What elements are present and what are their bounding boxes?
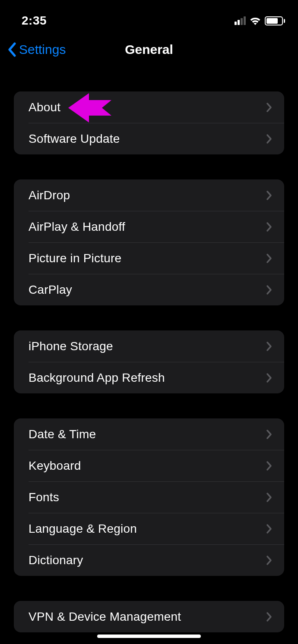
row-software-update[interactable]: Software Update: [14, 123, 284, 154]
chevron-right-icon: [266, 134, 272, 144]
row-label: AirDrop: [29, 188, 70, 202]
row-airplay-handoff[interactable]: AirPlay & Handoff: [14, 211, 284, 242]
chevron-right-icon: [266, 524, 272, 534]
row-iphone-storage[interactable]: iPhone Storage: [14, 330, 284, 362]
row-fonts[interactable]: Fonts: [14, 481, 284, 513]
home-indicator: [97, 635, 201, 638]
settings-group: VPN & Device Management: [14, 601, 284, 632]
settings-group: AboutSoftware Update: [14, 91, 284, 154]
chevron-right-icon: [266, 612, 272, 622]
row-carplay[interactable]: CarPlay: [14, 274, 284, 305]
row-label: Keyboard: [29, 459, 81, 473]
row-label: Background App Refresh: [29, 371, 165, 385]
row-label: Language & Region: [29, 522, 137, 536]
nav-bar: Settings General: [0, 35, 298, 65]
row-label: Software Update: [29, 132, 120, 146]
cellular-icon: [235, 16, 246, 25]
battery-icon: [265, 16, 285, 25]
chevron-right-icon: [266, 492, 272, 503]
chevron-left-icon: [8, 42, 16, 57]
chevron-right-icon: [266, 373, 272, 383]
chevron-right-icon: [266, 102, 272, 113]
row-date-time[interactable]: Date & Time: [14, 418, 284, 450]
chevron-right-icon: [266, 222, 272, 232]
chevron-right-icon: [266, 190, 272, 201]
chevron-right-icon: [266, 555, 272, 565]
row-picture-in-picture[interactable]: Picture in Picture: [14, 242, 284, 274]
status-bar: 2:35: [0, 0, 298, 30]
status-time: 2:35: [22, 14, 47, 28]
row-vpn-device-management[interactable]: VPN & Device Management: [14, 601, 284, 632]
row-label: Dictionary: [29, 553, 83, 567]
row-label: VPN & Device Management: [29, 610, 181, 624]
chevron-right-icon: [266, 429, 272, 440]
settings-group: AirDropAirPlay & HandoffPicture in Pictu…: [14, 179, 284, 305]
row-airdrop[interactable]: AirDrop: [14, 179, 284, 211]
chevron-right-icon: [266, 341, 272, 352]
row-keyboard[interactable]: Keyboard: [14, 450, 284, 481]
settings-list: AboutSoftware UpdateAirDropAirPlay & Han…: [0, 91, 298, 632]
back-label: Settings: [19, 42, 66, 57]
wifi-icon: [249, 16, 261, 25]
row-label: Date & Time: [29, 427, 96, 441]
row-label: Picture in Picture: [29, 251, 121, 265]
chevron-right-icon: [266, 253, 272, 264]
row-dictionary[interactable]: Dictionary: [14, 544, 284, 576]
settings-group: Date & TimeKeyboardFontsLanguage & Regio…: [14, 418, 284, 576]
row-background-app-refresh[interactable]: Background App Refresh: [14, 362, 284, 393]
back-button[interactable]: Settings: [0, 42, 66, 57]
row-label: About: [29, 101, 60, 114]
chevron-right-icon: [266, 461, 272, 471]
row-language-region[interactable]: Language & Region: [14, 513, 284, 544]
settings-group: iPhone StorageBackground App Refresh: [14, 330, 284, 393]
row-label: CarPlay: [29, 283, 72, 297]
row-about[interactable]: About: [14, 91, 284, 123]
row-label: iPhone Storage: [29, 339, 113, 353]
chevron-right-icon: [266, 285, 272, 295]
status-icons: [235, 16, 285, 25]
row-label: AirPlay & Handoff: [29, 220, 125, 234]
row-label: Fonts: [29, 490, 59, 504]
